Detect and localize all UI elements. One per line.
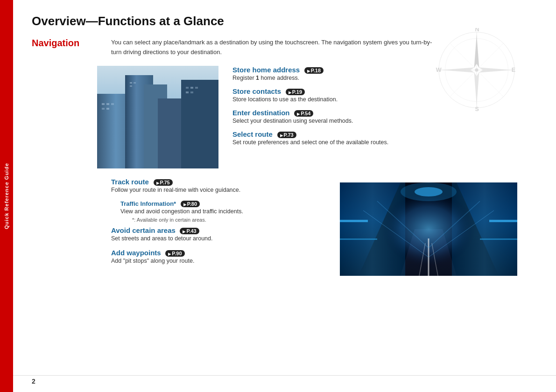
building-image — [97, 66, 218, 168]
svg-text:N: N — [475, 28, 479, 33]
svg-text:E: E — [512, 67, 515, 73]
bottom-features: Track route P.75 Follow your route in re… — [111, 178, 326, 276]
svg-rect-21 — [102, 103, 105, 105]
page-number: 2 — [32, 378, 35, 385]
feature-track-route: Track route P.75 Follow your route in re… — [111, 178, 326, 195]
svg-rect-24 — [102, 108, 105, 110]
svg-rect-26 — [130, 82, 132, 84]
select-route-badge: P.73 — [277, 132, 296, 138]
bottom-section: Track route P.75 Follow your route in re… — [32, 178, 537, 276]
sidebar-tab: Quick Reference Guide — [0, 0, 13, 392]
svg-marker-8 — [479, 68, 513, 73]
enter-destination-badge: P.54 — [294, 110, 313, 117]
svg-text:S: S — [475, 106, 479, 112]
feature-avoid-areas: Avoid certain areas P.43 Set streets and… — [111, 226, 326, 243]
road-tunnel-image — [340, 182, 517, 276]
avoid-areas-badge: P.43 — [180, 228, 199, 234]
svg-rect-22 — [106, 103, 109, 105]
svg-rect-33 — [190, 91, 193, 93]
svg-text:W: W — [436, 67, 442, 73]
svg-rect-30 — [190, 87, 193, 89]
enter-destination-title: Enter destination — [232, 109, 290, 117]
traffic-info-note: *: Available only in certain areas. — [132, 217, 326, 223]
svg-marker-7 — [474, 72, 479, 106]
traffic-info-title: Traffic Information* — [120, 200, 176, 207]
traffic-info-badge: P.80 — [181, 201, 200, 207]
svg-point-14 — [475, 68, 478, 71]
svg-rect-52 — [480, 238, 517, 240]
store-home-badge: P.18 — [304, 67, 324, 74]
svg-rect-50 — [489, 220, 517, 222]
select-route-title: Select route — [232, 130, 273, 138]
svg-point-44 — [401, 182, 457, 201]
svg-rect-28 — [130, 85, 132, 87]
store-contacts-badge: P.19 — [286, 89, 305, 95]
track-route-badge: P.75 — [154, 179, 173, 186]
feature-traffic-info: Traffic Information* P.80 View and avoid… — [120, 200, 326, 223]
navigation-label: Navigation — [32, 38, 79, 48]
enter-destination-desc: Select your destination using several me… — [232, 117, 537, 126]
svg-rect-32 — [186, 91, 189, 93]
main-content: N S E W Overview—Functions at a Glance N… — [13, 0, 556, 392]
svg-rect-51 — [340, 238, 377, 240]
svg-rect-49 — [340, 220, 368, 222]
feature-select-route: Select route P.73 Set route preferences … — [232, 130, 537, 147]
add-waypoints-badge: P.90 — [165, 250, 184, 257]
navigation-description: You can select any place/landmark as a d… — [111, 38, 438, 57]
track-route-desc: Follow your route in real-time with voic… — [111, 186, 326, 195]
bottom-left-spacer — [32, 178, 97, 276]
add-waypoints-desc: Add "pit stops" along your route. — [111, 257, 326, 266]
svg-rect-31 — [195, 87, 198, 89]
svg-rect-29 — [186, 87, 189, 89]
sidebar-label: Quick Reference Guide — [4, 163, 9, 229]
add-waypoints-title: Add waypoints — [111, 249, 161, 257]
divider — [13, 375, 556, 376]
avoid-areas-title: Avoid certain areas — [111, 226, 176, 234]
select-route-desc: Set route preferences and select one of … — [232, 139, 537, 147]
svg-rect-27 — [134, 82, 136, 84]
track-route-title: Track route — [111, 178, 149, 186]
compass-decoration: N S E W — [435, 28, 519, 112]
traffic-info-desc: View and avoid congestion and traffic in… — [120, 208, 326, 216]
svg-marker-9 — [441, 68, 475, 73]
left-spacer — [32, 66, 97, 168]
store-home-title: Store home address — [232, 66, 300, 74]
page-title: Overview—Functions at a Glance — [32, 14, 537, 28]
svg-marker-6 — [474, 35, 479, 68]
svg-rect-25 — [106, 108, 109, 110]
avoid-areas-desc: Set streets and areas to detour around. — [111, 235, 326, 243]
svg-rect-23 — [111, 103, 114, 105]
feature-add-waypoints: Add waypoints P.90 Add "pit stops" along… — [111, 249, 326, 266]
store-contacts-title: Store contacts — [232, 87, 281, 95]
